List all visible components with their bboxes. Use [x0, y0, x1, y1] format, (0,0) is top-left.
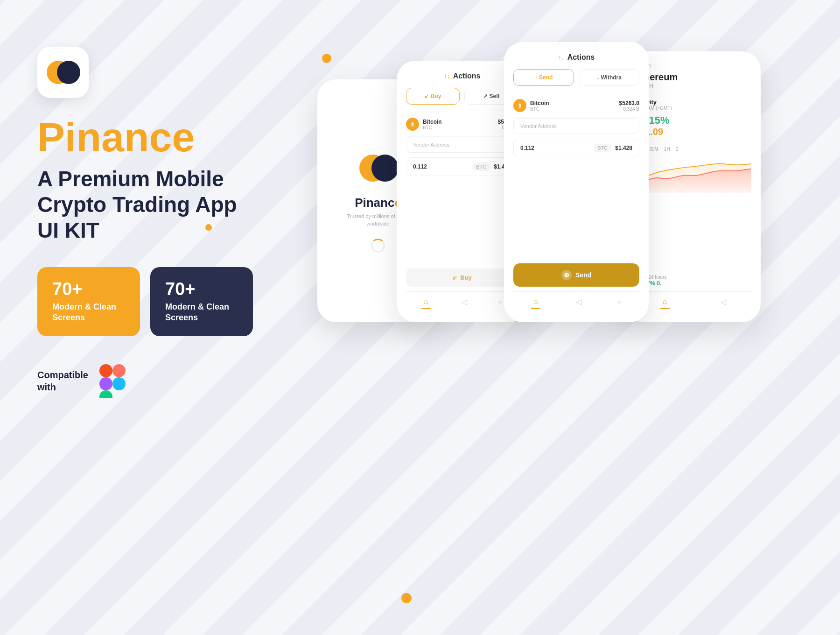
feature-card-yellow-text: Modern & Clean Screens [52, 302, 116, 322]
phone2-buy-bar[interactable]: ↙ Buy [406, 268, 518, 287]
phone3-crypto-values: $5263.0 0.324 B [619, 100, 639, 112]
feature-card-yellow: 70+ Modern & Clean Screens [37, 267, 140, 337]
phone4-last-hours-pct2: 0. [657, 280, 662, 287]
phone4-in-last-hours: In last 24 hours 0.167% 0. [635, 275, 751, 287]
app-subtitle: A Premium Mobile Crypto Trading App UI K… [37, 166, 308, 244]
app-logo-wrapper [37, 47, 89, 98]
phone3-crypto-names: Bitcoin BTC [530, 100, 549, 112]
phone3-btc-icon: ₿ [513, 99, 526, 112]
subtitle-line2: Crypto Trading App [37, 192, 237, 217]
phone3-content: ↑↓ Actions ↑ Send ↓ Withdra ₿ Bitcoin [504, 42, 649, 322]
feature-card-yellow-number: 70+ [52, 280, 125, 298]
left-section: Pinance A Premium Mobile Crypto Trading … [37, 47, 308, 398]
phone2-bottom-nav: ⌂ ◁ ⬦ [406, 291, 518, 311]
phone2-btc-icon: ₿ [406, 118, 419, 131]
phone3-crypto-info: ₿ Bitcoin BTC [513, 99, 549, 112]
feature-card-dark-number: 70+ [165, 280, 238, 298]
phone3-send-bar[interactable]: ⊕ Send [513, 263, 639, 287]
phone2-crypto-row: ₿ Bitcoin BTC $5263.0 0.324 B [406, 112, 518, 137]
buy-arrow-icon: ↙ [424, 93, 429, 99]
send-circle-icon: ⊕ [561, 270, 572, 280]
phone3-arrows-icon: ↑↓ [558, 54, 565, 61]
subtitle-line1: A Premium Mobile [37, 167, 224, 191]
phone4-bottom-nav: ⌂ ◁ [635, 291, 751, 311]
phone1-spinner [371, 239, 385, 253]
app-logo-icon [47, 56, 79, 89]
phone2-action-btns: ↙ Buy ↗ Sell [406, 88, 518, 105]
svg-rect-1 [112, 364, 126, 377]
svg-rect-3 [99, 390, 112, 398]
figma-logo [99, 364, 126, 398]
phone1-logo-dark [371, 155, 399, 182]
chart-tab-1h[interactable]: 1H [664, 147, 670, 152]
buy-icon: ↙ [452, 274, 457, 281]
svg-point-4 [112, 377, 126, 390]
feature-cards: 70+ Modern & Clean Screens 70+ Modern & … [37, 267, 308, 337]
phone1-logo [359, 149, 397, 186]
phone3-actions-title: ↑↓ Actions [513, 53, 639, 62]
phone3-vendor-input[interactable]: Vendor Address [513, 118, 639, 134]
phone2-nav-home[interactable]: ⌂ [421, 297, 431, 309]
phone2-amount-row: 0.112 BTC $1.428 [406, 157, 518, 176]
phone3-nav-chart[interactable]: ⬦ [617, 297, 622, 309]
phone3-crypto-row: ₿ Bitcoin BTC $5263.0 0.324 B [513, 93, 639, 118]
phone4-nav-send[interactable]: ◁ [721, 297, 726, 309]
phone1-app-name: Pinance [355, 196, 401, 210]
phone4-eth-header: Eth [635, 63, 751, 68]
sell-arrow-icon: ↗ [483, 93, 488, 99]
feature-card-dark: 70+ Modern & Clean Screens [150, 267, 253, 337]
phone3-withdraw-btn[interactable]: ↓ Withdra [579, 69, 639, 86]
phone4-activity: Activity 01:13 AM (+GMT) 0.015% $11.09 [635, 99, 751, 142]
phone2-actions-title: ↑↓ Actions [406, 72, 518, 80]
logo-dark-circle [57, 61, 80, 84]
phone4-chart-tabs: 15M 30M 1H 2 [635, 147, 751, 152]
compatible-text: Compatiblewith [37, 369, 88, 393]
phone2-crypto-names: Bitcoin BTC [423, 119, 442, 130]
phone3-nav-send[interactable]: ◁ [576, 297, 581, 309]
compatible-section: Compatiblewith [37, 364, 308, 398]
phone2-buy-btn[interactable]: ↙ Buy [406, 88, 460, 105]
phone2-arrows-icon: ↑↓ [444, 72, 450, 80]
feature-card-dark-text: Modern & Clean Screens [165, 302, 229, 322]
send-up-icon: ↑ [535, 74, 538, 81]
phones-area: Pinance Trusted by millions of users wor… [317, 23, 840, 612]
app-title: Pinance [37, 117, 308, 158]
svg-rect-2 [99, 377, 112, 390]
phone4-nav-home[interactable]: ⌂ [660, 297, 670, 309]
svg-rect-0 [99, 364, 112, 377]
phone4-coin-name: Ethereum [635, 72, 751, 83]
withdraw-down-icon: ↓ [596, 74, 599, 81]
chart-tab-2[interactable]: 2 [676, 147, 679, 152]
chart-tab-30m[interactable]: 30M [649, 147, 658, 152]
phone4-chart-area [635, 155, 751, 272]
phone4-coin-ticker: ETH [635, 83, 751, 89]
phone2-vendor-input[interactable]: Vendor Address [406, 137, 518, 153]
phone2-crypto-info: ₿ Bitcoin BTC [406, 118, 442, 131]
phone4-chart-svg [635, 155, 751, 193]
phone3-bottom-nav: ⌂ ◁ ⬦ [513, 291, 639, 311]
subtitle-line3: UI KIT [37, 218, 99, 242]
phone3-send-btn[interactable]: ↑ Send [513, 69, 574, 86]
phone3-nav-home[interactable]: ⌂ [531, 297, 540, 309]
phone2-nav-send[interactable]: ◁ [462, 297, 467, 309]
phone3-amount-row: 0.112 BTC $1.428 [513, 139, 639, 157]
phone-mockup-3: ↑↓ Actions ↑ Send ↓ Withdra ₿ Bitcoin [504, 42, 649, 322]
phone3-action-btns: ↑ Send ↓ Withdra [513, 69, 639, 86]
phone2-nav-chart[interactable]: ⬦ [498, 297, 503, 309]
